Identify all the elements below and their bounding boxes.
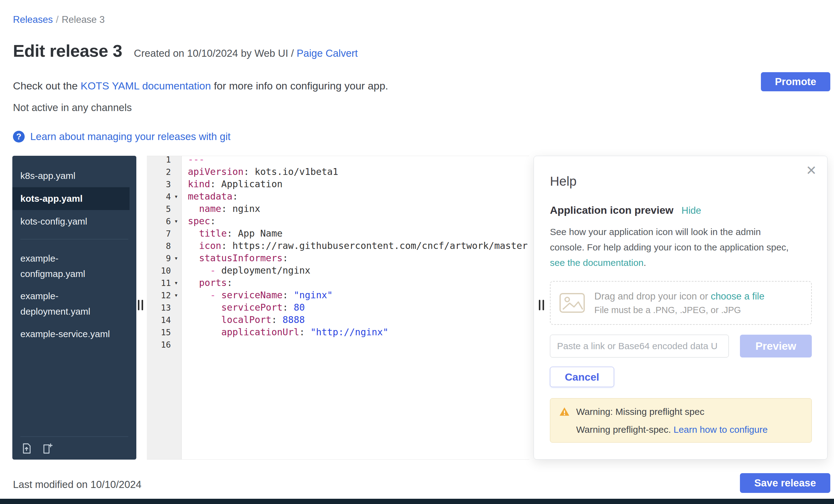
code-token: icon — [199, 240, 221, 251]
fold-caret-icon[interactable]: ▾ — [171, 217, 181, 225]
code-token: --- — [188, 156, 204, 165]
code-token — [188, 277, 199, 288]
line-number: 16 — [147, 340, 171, 349]
pane-resize-handle-left[interactable] — [138, 300, 143, 310]
docs-suffix: for more info on configuring your app. — [211, 80, 388, 92]
code-area[interactable]: ---apiVersion: kots.io/v1beta1kind: Appl… — [182, 156, 529, 459]
line-number: 6 — [147, 217, 171, 226]
code-line[interactable]: apiVersion: kots.io/v1beta1 — [182, 166, 529, 178]
gutter-line: 14 — [147, 314, 181, 326]
code-token: : — [299, 327, 310, 337]
channel-status: Not active in any channels — [13, 102, 132, 113]
git-help-link[interactable]: Learn about managing your releases with … — [30, 131, 231, 143]
code-token: localPort — [221, 314, 271, 325]
help-body-line: see the documentation. — [550, 255, 812, 270]
code-line[interactable]: spec: — [182, 215, 529, 227]
line-number: 14 — [147, 315, 171, 325]
cancel-button[interactable]: Cancel — [550, 367, 614, 387]
kots-docs-link[interactable]: KOTS YAML documentation — [81, 80, 211, 92]
new-file-icon[interactable] — [41, 442, 54, 455]
code-line[interactable]: ports: — [182, 277, 529, 289]
docs-line: Check out the KOTS YAML documentation fo… — [13, 79, 388, 92]
line-number: 7 — [147, 229, 171, 238]
file-tree-item[interactable]: k8s-app.yaml — [12, 165, 130, 187]
preview-button[interactable]: Preview — [740, 335, 812, 357]
code-token — [188, 228, 199, 239]
line-number: 15 — [147, 328, 171, 337]
code-token: : — [283, 253, 288, 263]
code-line[interactable]: title: App Name — [182, 227, 529, 240]
created-text: Created on 10/10/2024 by Web UI / Paige … — [134, 47, 358, 59]
breadcrumb: Releases/Release 3 — [13, 14, 105, 25]
code-token: deployment/nginx — [221, 265, 310, 276]
fold-caret-icon[interactable]: ▾ — [171, 255, 181, 262]
file-tree-item[interactable]: kots-app.yaml — [12, 187, 130, 210]
sidebar-footer — [20, 436, 128, 455]
gutter-line: 13 — [147, 301, 181, 314]
question-circle-icon[interactable]: ? — [13, 131, 25, 143]
fold-caret-icon[interactable]: ▾ — [171, 193, 181, 200]
code-token: : App Name — [227, 228, 283, 239]
code-line[interactable]: metadata: — [182, 190, 529, 203]
icon-url-input[interactable] — [550, 335, 729, 357]
code-line[interactable]: servicePort: 80 — [182, 301, 529, 314]
code-token: apiVersion — [188, 166, 244, 177]
code-token: : — [271, 314, 283, 325]
file-tree-item[interactable]: kots-config.yaml — [12, 210, 130, 233]
promote-button[interactable]: Promote — [761, 72, 830, 91]
close-icon[interactable]: ✕ — [806, 164, 817, 177]
hide-link[interactable]: Hide — [682, 205, 701, 216]
save-release-button[interactable]: Save release — [740, 473, 830, 493]
code-line[interactable]: statusInformers: — [182, 252, 529, 264]
code-line[interactable]: localPort: 8888 — [182, 314, 529, 326]
icon-dropzone[interactable]: Drag and drop your icon or choose a file… — [550, 281, 812, 325]
code-token — [188, 314, 221, 325]
breadcrumb-separator: / — [56, 14, 59, 25]
code-token — [188, 302, 221, 313]
code-token: - — [210, 265, 221, 276]
fold-caret-icon[interactable]: ▾ — [171, 279, 181, 287]
file-group-examples: example- configmap.yamlexample- deployme… — [12, 247, 136, 346]
fold-caret-icon[interactable]: ▾ — [171, 291, 181, 299]
code-line[interactable] — [182, 338, 529, 351]
code-token: "http://nginx" — [310, 327, 388, 337]
warning-box: Warning: Missing preflight spec Warning … — [550, 398, 812, 443]
icon-preview-title: Application icon preview — [550, 204, 674, 216]
pane-resize-handle-right[interactable] — [539, 300, 544, 310]
code-line[interactable]: - serviceName: "nginx" — [182, 289, 529, 301]
line-number: 4 — [147, 192, 171, 201]
help-body-line: See how your application icon will look … — [550, 224, 812, 240]
upload-file-icon[interactable] — [20, 442, 33, 455]
code-line[interactable]: icon: https://raw.githubusercontent.com/… — [182, 240, 529, 252]
code-token — [188, 240, 199, 251]
line-number: 8 — [147, 241, 171, 251]
warning-triangle-icon — [559, 407, 570, 417]
code-token — [188, 290, 210, 301]
help-body-line: console. For help adding your icon to th… — [550, 240, 812, 255]
code-line[interactable]: --- — [182, 156, 529, 166]
code-line[interactable]: kind: Application — [182, 178, 529, 190]
code-line[interactable]: - deployment/nginx — [182, 264, 529, 277]
author-link[interactable]: Paige Calvert — [297, 47, 358, 59]
last-modified-text: Last modified on 10/10/2024 — [13, 479, 141, 490]
yaml-code-editor[interactable]: 1234▾56▾789▾1011▾12▾13141516 ---apiVersi… — [147, 156, 529, 460]
code-line[interactable]: applicationUrl: "http://nginx" — [182, 326, 529, 338]
see-documentation-link[interactable]: see the documentation — [550, 258, 644, 268]
image-placeholder-icon — [559, 293, 585, 313]
code-token: servicePort — [221, 302, 283, 313]
bottom-strip — [0, 499, 834, 504]
file-tree-item[interactable]: example- deployment.yaml — [12, 285, 130, 323]
breadcrumb-releases-link[interactable]: Releases — [13, 14, 53, 25]
code-line[interactable]: name: nginx — [182, 203, 529, 215]
choose-file-link[interactable]: choose a file — [711, 291, 764, 302]
learn-how-to-configure-link[interactable]: Learn how to configure — [674, 424, 768, 435]
code-token — [188, 203, 199, 214]
gutter-line: 15 — [147, 326, 181, 338]
line-number: 5 — [147, 204, 171, 214]
dropzone-text-block: Drag and drop your icon or choose a file… — [594, 291, 764, 315]
file-tree-item[interactable]: example- configmap.yaml — [12, 247, 130, 285]
gutter-line: 11▾ — [147, 277, 181, 289]
docs-prefix: Check out the — [13, 80, 81, 92]
code-token: : — [233, 191, 238, 202]
file-tree-item[interactable]: example-service.yaml — [12, 323, 130, 346]
